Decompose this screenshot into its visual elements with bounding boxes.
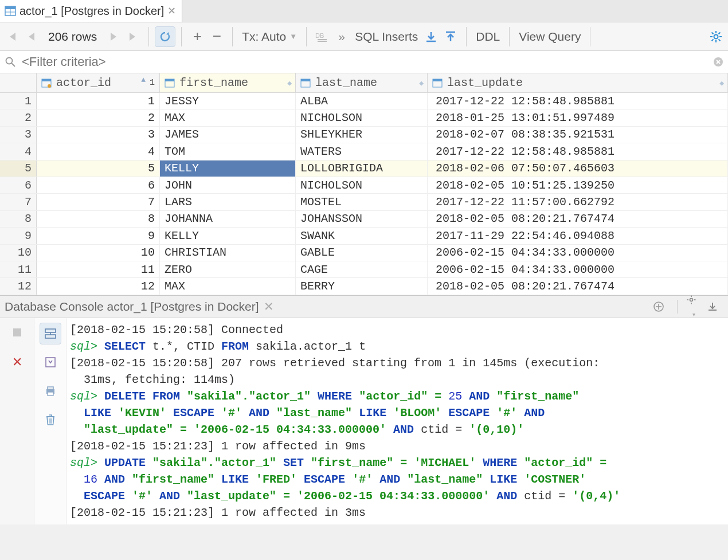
cell-first-name[interactable]: CHRISTIAN (160, 245, 296, 261)
table-row[interactable]: 55KELLYLOLLOBRIGIDA2018-02-06 07:50:07.4… (0, 160, 728, 177)
row-number[interactable]: 1 (0, 93, 37, 109)
prev-page-button[interactable] (22, 27, 41, 46)
table-row[interactable]: 44TOMWATERS2017-12-22 12:58:48.985881 (0, 143, 728, 160)
download-button[interactable] (707, 301, 723, 312)
view-query-button[interactable]: View Query (515, 30, 584, 44)
cell-last-name[interactable]: LOLLOBRIGIDA (296, 160, 428, 177)
table-row[interactable]: 11JESSYALBA2017-12-22 12:58:48.985881 (0, 93, 728, 109)
cell-last-update[interactable]: 2017-12-22 11:57:00.662792 (428, 194, 728, 210)
row-number[interactable]: 8 (0, 211, 37, 227)
cell-last-update[interactable]: 2006-02-15 04:34:33.000000 (428, 245, 728, 261)
cell-last-name[interactable]: CAGE (296, 261, 428, 277)
row-number[interactable]: 9 (0, 228, 37, 244)
refresh-button[interactable] (155, 26, 175, 47)
cell-first-name[interactable]: JESSY (160, 93, 296, 109)
table-row[interactable]: 66JOHNNICHOLSON2018-02-05 10:51:25.13925… (0, 177, 728, 194)
expand-button[interactable]: » (332, 27, 351, 46)
last-page-button[interactable] (123, 27, 143, 46)
row-number[interactable]: 12 (0, 278, 37, 294)
table-row[interactable]: 88JOHANNAJOHANSSON2018-02-05 08:20:21.76… (0, 211, 728, 228)
output-mode-button[interactable] (40, 323, 61, 344)
scroll-to-end-button[interactable] (40, 351, 61, 373)
cell-first-name[interactable]: LARS (160, 194, 296, 210)
cell-last-update[interactable]: 2017-11-29 22:54:46.094088 (428, 228, 728, 244)
export-up-button[interactable] (441, 27, 460, 46)
cell-last-name[interactable]: NICHOLSON (296, 109, 428, 126)
cell-last-update[interactable]: 2017-12-22 12:58:48.985881 (428, 93, 728, 109)
first-page-button[interactable] (2, 27, 22, 46)
cell-actor-id[interactable]: 12 (37, 278, 160, 294)
cell-actor-id[interactable]: 9 (37, 228, 160, 244)
cell-last-name[interactable]: WATERS (296, 143, 428, 159)
cell-first-name[interactable]: JOHN (160, 177, 296, 193)
cell-last-update[interactable]: 2018-02-05 08:20:21.767474 (428, 278, 728, 294)
cell-first-name[interactable]: ZERO (160, 261, 296, 277)
console-output[interactable]: [2018-02-15 15:20:58] Connected sql> SEL… (66, 318, 728, 524)
export-down-button[interactable] (421, 27, 441, 46)
trash-button[interactable] (40, 409, 61, 430)
console-settings-button[interactable]: ▾ (686, 294, 702, 319)
header-first-name[interactable]: first_name ◆ (160, 73, 296, 92)
row-number[interactable]: 2 (0, 109, 37, 126)
close-icon[interactable]: ✕ (167, 5, 176, 17)
table-row[interactable]: 1010CHRISTIANGABLE2006-02-15 04:34:33.00… (0, 245, 728, 261)
row-number[interactable]: 10 (0, 245, 37, 261)
close-console-button[interactable]: ✕ (6, 351, 28, 373)
tab-actor1[interactable]: actor_1 [Postgres in Docker] ✕ (0, 0, 182, 22)
cell-first-name[interactable]: JOHANNA (160, 211, 296, 227)
cell-first-name[interactable]: JAMES (160, 127, 296, 143)
ddl-button[interactable]: DDL (472, 30, 503, 44)
cell-actor-id[interactable]: 5 (37, 160, 160, 177)
submit-button[interactable]: DB (312, 27, 332, 46)
header-last-name[interactable]: last_name ◆ (296, 73, 428, 92)
table-row[interactable]: 22MAXNICHOLSON2018-01-25 13:01:51.997489 (0, 109, 728, 126)
filter-input[interactable] (22, 54, 707, 69)
cell-last-update[interactable]: 2018-01-25 13:01:51.997489 (428, 109, 728, 126)
cell-actor-id[interactable]: 10 (37, 245, 160, 261)
header-rownum[interactable] (0, 73, 37, 92)
cell-last-update[interactable]: 2006-02-15 04:34:33.000000 (428, 261, 728, 277)
cell-last-update[interactable]: 2018-02-07 08:38:35.921531 (428, 127, 728, 143)
row-number[interactable]: 7 (0, 194, 37, 210)
table-row[interactable]: 33JAMESSHLEYKHER2018-02-07 08:38:35.9215… (0, 127, 728, 143)
cell-last-name[interactable]: ALBA (296, 93, 428, 109)
cell-first-name[interactable]: KELLY (160, 160, 296, 177)
cell-actor-id[interactable]: 2 (37, 109, 160, 126)
print-button[interactable] (40, 380, 61, 402)
tx-mode-dropdown[interactable]: Tx: Auto ▼ (238, 30, 300, 44)
cell-first-name[interactable]: MAX (160, 278, 296, 294)
row-number[interactable]: 5 (0, 160, 37, 177)
cell-last-name[interactable]: JOHANSSON (296, 211, 428, 227)
settings-button[interactable] (706, 27, 726, 46)
dump-format-dropdown[interactable]: SQL Inserts (351, 30, 421, 44)
cell-actor-id[interactable]: 4 (37, 143, 160, 159)
cell-last-name[interactable]: SWANK (296, 228, 428, 244)
table-row[interactable]: 1212MAXBERRY2018-02-05 08:20:21.767474 (0, 278, 728, 295)
cell-actor-id[interactable]: 7 (37, 194, 160, 210)
cell-actor-id[interactable]: 11 (37, 261, 160, 277)
row-number[interactable]: 4 (0, 143, 37, 159)
cell-actor-id[interactable]: 1 (37, 93, 160, 109)
clear-filter-button[interactable] (713, 57, 723, 67)
table-row[interactable]: 1111ZEROCAGE2006-02-15 04:34:33.000000 (0, 261, 728, 278)
cell-last-name[interactable]: BERRY (296, 278, 428, 294)
cell-last-update[interactable]: 2018-02-06 07:50:07.465603 (428, 160, 728, 177)
add-row-button[interactable]: + (187, 27, 207, 46)
next-page-button[interactable] (104, 27, 123, 46)
cell-last-update[interactable]: 2018-02-05 10:51:25.139250 (428, 177, 728, 193)
remove-row-button[interactable]: − (207, 27, 226, 46)
cell-actor-id[interactable]: 8 (37, 211, 160, 227)
table-row[interactable]: 77LARSMOSTEL2017-12-22 11:57:00.662792 (0, 194, 728, 210)
add-console-button[interactable] (653, 301, 669, 312)
cell-first-name[interactable]: TOM (160, 143, 296, 159)
row-number[interactable]: 6 (0, 177, 37, 193)
cell-actor-id[interactable]: 6 (37, 177, 160, 193)
cell-first-name[interactable]: MAX (160, 109, 296, 126)
stop-button[interactable] (6, 322, 28, 343)
cell-last-update[interactable]: 2018-02-05 08:20:21.767474 (428, 211, 728, 227)
cell-last-update[interactable]: 2017-12-22 12:58:48.985881 (428, 143, 728, 159)
cell-last-name[interactable]: GABLE (296, 245, 428, 261)
row-number[interactable]: 11 (0, 261, 37, 277)
cell-actor-id[interactable]: 3 (37, 127, 160, 143)
cell-last-name[interactable]: SHLEYKHER (296, 127, 428, 143)
